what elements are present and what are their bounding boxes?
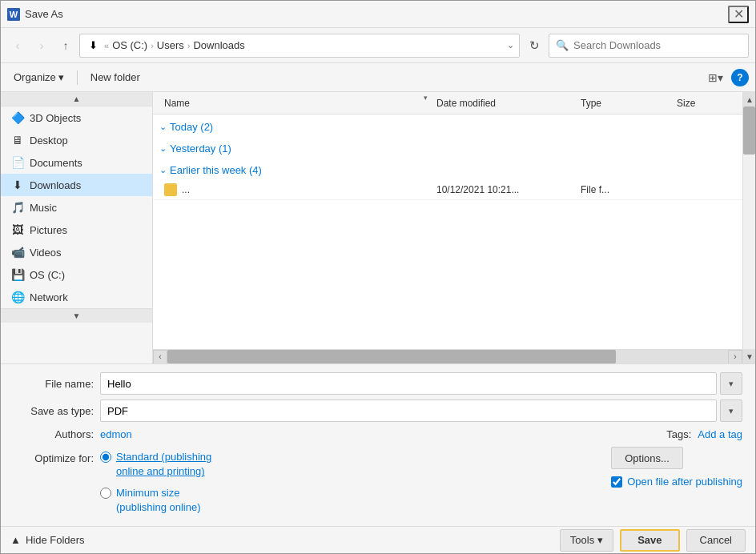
breadcrumb-sep-1: « [104, 41, 109, 50]
cancel-button[interactable]: Cancel [686, 529, 746, 552]
sidebar-item-desktop[interactable]: 🖥 Desktop [1, 129, 152, 151]
pictures-icon: 🖼 [10, 223, 25, 237]
file-name-label: File name: [14, 378, 94, 390]
group-yesterday[interactable]: ⌄ Yesterday (1) [153, 136, 742, 158]
file-name-dropdown-button[interactable]: ▾ [720, 372, 742, 395]
title-bar-left: W Save As [7, 8, 63, 21]
3d-objects-icon: 🔷 [10, 110, 25, 125]
v-scroll[interactable]: ▲ ▼ [742, 92, 755, 363]
col-date-label: Date modified [436, 98, 496, 109]
h-scroll-right-button[interactable]: › [728, 350, 742, 364]
file-type-cell: File f... [576, 179, 672, 199]
radio-standard[interactable]: Standard (publishingonline and printing) [100, 450, 211, 479]
sidebar-item-pictures[interactable]: 🖼 Pictures [1, 219, 152, 241]
group-yesterday-arrow: ⌄ [159, 143, 167, 154]
tools-button[interactable]: Tools ▾ [560, 529, 613, 552]
h-scroll-area[interactable]: ‹ › [153, 349, 742, 363]
radio-minimum[interactable]: Minimum size(publishing online) [100, 486, 211, 515]
open-after-label[interactable]: Open file after publishing [627, 476, 742, 488]
search-box[interactable]: 🔍 [549, 34, 749, 58]
sidebar-label-3d-objects: 3D Objects [30, 112, 81, 124]
sidebar-label-videos: Videos [30, 247, 62, 259]
radio-standard-label: Standard (publishingonline and printing) [116, 450, 211, 479]
up-button[interactable]: ↑ [55, 35, 76, 56]
sidebar-item-videos[interactable]: 📹 Videos [1, 241, 152, 263]
network-icon: 🌐 [10, 290, 25, 304]
organize-label: Organize [14, 71, 56, 83]
sidebar-label-desktop: Desktop [30, 134, 68, 147]
col-header-size[interactable]: Size [672, 92, 736, 114]
sidebar-scroll-up[interactable]: ▲ [1, 92, 152, 106]
breadcrumb-os[interactable]: OS (C:) [112, 39, 147, 51]
save-type-dropdown-button[interactable]: ▾ [720, 399, 742, 422]
file-name-input[interactable] [100, 372, 717, 395]
file-area: Name ▾ Date modified Type Size [153, 92, 755, 363]
optimize-row: Optimize for: Standard (publishingonline… [14, 447, 211, 518]
radio-minimum-input[interactable] [100, 488, 111, 499]
save-type-input[interactable] [100, 399, 717, 422]
back-button[interactable]: ‹ [7, 35, 28, 56]
tools-label: Tools [570, 534, 594, 546]
sidebar-label-os-c: OS (C:) [30, 269, 65, 281]
open-after-checkbox[interactable] [611, 476, 622, 488]
close-button[interactable]: ✕ [728, 6, 749, 23]
sidebar-item-network[interactable]: 🌐 Network [1, 286, 152, 308]
breadcrumb-users[interactable]: Users [157, 39, 184, 51]
view-button[interactable]: ⊞ ▾ [703, 69, 728, 86]
col-header-name[interactable]: Name ▾ [159, 92, 432, 114]
v-scroll-up-button[interactable]: ▲ [743, 92, 755, 106]
options-button[interactable]: Options... [611, 447, 683, 469]
sidebar-label-network: Network [30, 291, 68, 303]
optimize-options: Standard (publishingonline and printing)… [100, 450, 211, 515]
file-list-scroll[interactable]: ⌄ Today (2) ⌄ Yesterday (1) ⌄ Earlier th… [153, 114, 742, 349]
title-bar: W Save As ✕ [1, 1, 755, 28]
table-row[interactable]: ... 10/12/2021 10:21... File f... [153, 179, 742, 200]
group-earlier[interactable]: ⌄ Earlier this week (4) [153, 158, 742, 179]
col-header-date[interactable]: Date modified [432, 92, 576, 114]
help-button[interactable]: ? [731, 69, 749, 86]
v-scroll-down-button[interactable]: ▼ [743, 349, 755, 363]
group-today[interactable]: ⌄ Today (2) [153, 114, 742, 136]
organize-button[interactable]: Organize ▾ [7, 69, 70, 86]
col-name-label: Name [164, 98, 190, 109]
save-type-input-wrap: ▾ [100, 399, 742, 422]
file-name-cell: ... [159, 179, 432, 199]
sidebar-item-3d-objects[interactable]: 🔷 3D Objects [1, 106, 152, 129]
sidebar-item-documents[interactable]: 📄 Documents [1, 151, 152, 174]
v-scroll-track[interactable] [743, 106, 755, 349]
hide-folders-button[interactable]: ▲ Hide Folders [10, 534, 85, 546]
optimize-outer: Optimize for: Standard (publishingonline… [14, 447, 742, 518]
breadcrumb[interactable]: ⬇ « OS (C:) › Users › Downloads ⌄ [79, 34, 520, 58]
h-scroll-left-button[interactable]: ‹ [153, 350, 167, 364]
main-content: ▲ 🔷 3D Objects 🖥 Desktop 📄 Documents ⬇ D… [1, 92, 755, 363]
os-c-icon: 💾 [10, 267, 25, 282]
hide-folders-label: Hide Folders [26, 534, 85, 546]
col-header-type[interactable]: Type [576, 92, 672, 114]
add-tag-link[interactable]: Add a tag [698, 428, 742, 440]
sidebar-item-downloads[interactable]: ⬇ Downloads [1, 174, 152, 196]
tags-section: Tags: Add a tag [666, 428, 742, 440]
hide-folders-icon: ▲ [10, 534, 21, 546]
meta-row: Authors: edmon Tags: Add a tag [14, 427, 742, 442]
sidebar-item-music[interactable]: 🎵 Music [1, 196, 152, 219]
group-today-arrow: ⌄ [159, 122, 167, 132]
h-scroll-track[interactable] [167, 350, 728, 363]
tags-label: Tags: [666, 428, 691, 440]
file-name: ... [182, 184, 190, 195]
view-arrow-icon: ▾ [718, 71, 723, 84]
view-icon: ⊞ [708, 71, 718, 84]
action-buttons: Tools ▾ Save Cancel [560, 529, 746, 552]
breadcrumb-current[interactable]: Downloads [193, 39, 244, 51]
toolbar-separator [77, 70, 78, 85]
authors-value[interactable]: edmon [100, 428, 132, 440]
forward-button[interactable]: › [31, 35, 52, 56]
breadcrumb-dropdown-icon[interactable]: ⌄ [507, 40, 514, 50]
save-button[interactable]: Save [620, 529, 679, 552]
search-input[interactable] [573, 39, 742, 51]
radio-standard-input[interactable] [100, 452, 111, 463]
sidebar-item-os-c[interactable]: 💾 OS (C:) [1, 263, 152, 286]
sidebar-scroll-down[interactable]: ▼ [1, 308, 152, 323]
breadcrumb-sep-3: › [187, 41, 191, 50]
refresh-button[interactable]: ↻ [523, 34, 545, 57]
new-folder-button[interactable]: New folder [84, 69, 147, 86]
